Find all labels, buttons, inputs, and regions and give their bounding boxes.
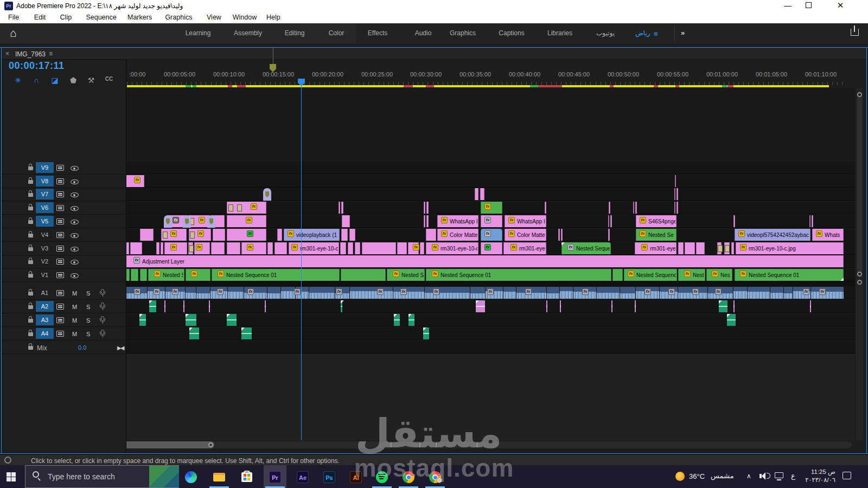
lock-icon[interactable] [28, 166, 33, 170]
timeline-clip[interactable] [349, 229, 355, 241]
timeline-clip[interactable] [676, 202, 678, 214]
network-display-icon[interactable] [775, 472, 783, 478]
timeline-clip[interactable] [348, 242, 353, 254]
timeline-clip[interactable] [130, 242, 142, 254]
lock-icon[interactable] [28, 234, 33, 237]
track-button-v1[interactable]: V1 [36, 269, 54, 280]
workspace-tab-learning[interactable]: Learning [174, 29, 222, 37]
captions-icon[interactable]: CC [103, 76, 115, 82]
timecode-display[interactable]: 00:00:17:11 [9, 60, 65, 72]
lock-icon[interactable] [28, 346, 33, 350]
lock-icon[interactable] [28, 305, 33, 309]
tray-chevron-icon[interactable]: ∧ [746, 472, 751, 480]
weather-condition[interactable]: مشمس [711, 472, 734, 480]
solo-button[interactable]: S [86, 290, 90, 297]
track-button-a1[interactable]: A1 [36, 287, 54, 298]
timeline-clip[interactable] [340, 242, 346, 254]
menu-clip[interactable]: Clip [55, 14, 77, 21]
timeline-clip[interactable] [731, 242, 734, 254]
timeline-clip[interactable] [362, 242, 396, 254]
timeline-clip[interactable] [480, 188, 484, 200]
timeline-clip[interactable] [809, 215, 810, 227]
audio-track-lane[interactable] [126, 327, 855, 340]
tray-date[interactable]: ٢٠٢٣/٠٨/٠٦ [799, 476, 835, 484]
timeline-clip[interactable] [227, 242, 240, 254]
settings-icon[interactable]: ⚒ [85, 76, 97, 85]
timeline-clip[interactable] [676, 188, 678, 200]
timeline-clip[interactable] [397, 242, 407, 254]
timeline-clip[interactable] [675, 175, 676, 187]
workspace-tab-captions[interactable]: Captions [487, 29, 536, 37]
mute-button[interactable]: M [72, 331, 77, 337]
menu-help[interactable]: Help [261, 14, 285, 21]
lock-icon[interactable] [28, 319, 33, 323]
weather-temp[interactable]: 36°C [689, 472, 705, 480]
timeline-clip[interactable] [608, 229, 610, 241]
timeline-clip[interactable] [635, 202, 637, 214]
linked-selection-icon[interactable]: ◪ [49, 76, 61, 85]
tray-time[interactable]: 11:25 ص [803, 468, 835, 476]
timeline-clip[interactable] [424, 202, 425, 214]
timeline-clip[interactable] [685, 242, 695, 254]
timeline-clip[interactable] [211, 242, 225, 254]
tray-language[interactable]: ع [791, 472, 795, 480]
timeline-clip[interactable] [558, 229, 560, 241]
timeline-clip[interactable] [609, 202, 610, 214]
track-button-v5[interactable]: V5 [36, 216, 54, 227]
menu-file[interactable]: File [3, 14, 24, 21]
lock-icon[interactable] [28, 220, 33, 224]
menu-sequence[interactable]: Sequence [81, 14, 121, 21]
timeline-clip[interactable] [131, 269, 138, 281]
timeline-clip[interactable] [420, 242, 424, 254]
start-button[interactable] [7, 472, 11, 477]
menu-edit[interactable]: Edit [29, 14, 51, 21]
timeline-clip[interactable] [610, 215, 612, 227]
taskbar-icon-premiere[interactable]: Pr [269, 471, 281, 483]
timeline-clip[interactable] [475, 188, 478, 200]
timeline-clip[interactable] [341, 229, 348, 241]
mute-button[interactable]: M [72, 290, 77, 297]
workspace-tab-graphics[interactable]: Graphics [438, 29, 487, 37]
menu-graphics[interactable]: Graphics [160, 14, 197, 21]
timeline-clip[interactable] [213, 229, 225, 241]
workspace-menu-icon[interactable]: ≡ [654, 30, 658, 38]
track-button-v4[interactable]: V4 [36, 229, 54, 240]
workspace-tab-effects[interactable]: Effects [353, 29, 402, 37]
vertical-scrollbar-thumb[interactable] [857, 92, 862, 277]
mute-button[interactable]: M [72, 317, 77, 324]
solo-button[interactable]: S [86, 317, 90, 324]
audio-track-lane[interactable] [126, 300, 855, 313]
lock-icon[interactable] [28, 332, 33, 336]
maximize-button[interactable] [806, 2, 812, 8]
marker-icon[interactable]: ⬟ [67, 76, 79, 85]
track-button-v2[interactable]: V2 [36, 256, 54, 267]
menu-markers[interactable]: Markers [123, 14, 157, 21]
lock-icon[interactable] [28, 207, 33, 210]
lock-icon[interactable] [28, 292, 33, 296]
notification-center-icon[interactable] [843, 472, 851, 479]
solo-button[interactable]: S [86, 304, 90, 310]
taskbar-icon-edge[interactable] [185, 471, 197, 483]
start-button[interactable] [11, 477, 16, 481]
track-button-a4[interactable]: A4 [36, 328, 54, 339]
timeline-clip[interactable] [277, 229, 282, 241]
timeline-clip[interactable] [140, 269, 147, 281]
home-icon[interactable]: ⌂ [10, 27, 17, 40]
mix-volume-value[interactable]: 0.0 [78, 344, 86, 351]
timeline-clip[interactable] [696, 242, 705, 254]
minimize-button[interactable]: — [780, 1, 796, 10]
timeline-clip[interactable] [612, 269, 623, 281]
scrollbar-handle[interactable] [857, 272, 862, 277]
track-button-a2[interactable]: A2 [36, 301, 54, 312]
timeline-clip[interactable] [355, 242, 360, 254]
timeline-clip[interactable] [678, 242, 684, 254]
timeline-clip[interactable] [267, 242, 273, 254]
scrollbar-handle[interactable] [208, 442, 213, 447]
timeline-clip[interactable] [161, 242, 163, 254]
timeline-clip[interactable] [341, 269, 386, 281]
timeline-clip[interactable] [481, 202, 502, 214]
timeline-panel[interactable]: ×IMG_7963≡:00:0000:00:05:0000:00:10:0000… [0, 47, 868, 454]
menu-window[interactable]: Window [228, 14, 261, 21]
close-button[interactable]: ✕ [832, 1, 848, 10]
timeline-clip[interactable] [633, 202, 634, 214]
